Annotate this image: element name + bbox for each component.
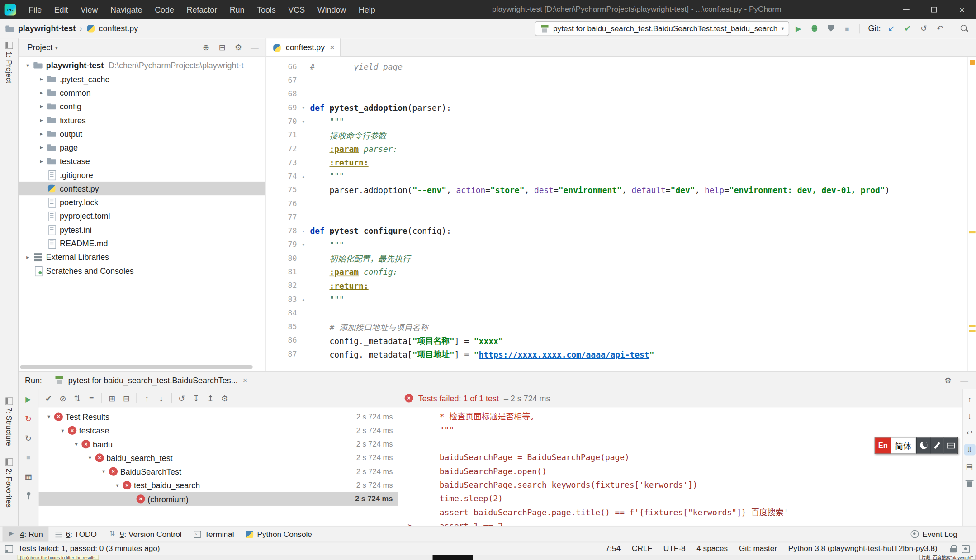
test-tree-item[interactable]: ▾test_baidu_search2 s 724 ms	[38, 478, 398, 492]
down-stack-trace-button[interactable]: ↓	[964, 410, 975, 422]
toolwindow-button-versioncontrol[interactable]: 9: Version Control	[102, 526, 187, 541]
project-tree-item[interactable]: conftest.py	[19, 182, 265, 195]
code-line[interactable]: 80 初始化配置，最先执行	[266, 251, 967, 265]
console-line[interactable]: time.sleep(2)	[398, 492, 962, 506]
line-number[interactable]: 69	[266, 103, 297, 112]
ime-language-button[interactable]: En	[875, 438, 891, 454]
line-number[interactable]: 80	[266, 254, 297, 263]
toolwindow-button-favorites[interactable]: 2: Favorites	[0, 455, 18, 510]
panel-settings-button[interactable]: ⚙	[232, 41, 245, 54]
project-tree-item[interactable]: ▾playwright-testD:\chen\PycharmProjects\…	[19, 58, 265, 72]
code-line[interactable]: 79▾ """	[266, 238, 967, 251]
chevron-icon[interactable]: ▾	[112, 482, 123, 489]
chevron-icon[interactable]: ▾	[85, 455, 95, 461]
git-rollback-button[interactable]: ↶	[933, 21, 947, 35]
project-tree-item[interactable]: ▸testcase	[19, 154, 265, 168]
chevron-icon[interactable]: ▸	[36, 117, 47, 123]
code-line[interactable]: 83▴ """	[266, 292, 967, 306]
warning-stripe-mark[interactable]	[969, 325, 976, 327]
status-indent-style[interactable]: 4 spaces	[696, 544, 728, 553]
maximize-button[interactable]	[920, 0, 948, 19]
project-tree-item[interactable]: pytest.ini	[19, 223, 265, 236]
close-tab-icon[interactable]: ×	[330, 43, 334, 52]
toolwindow-button-todo[interactable]: 6: TODO	[48, 526, 102, 541]
console-line[interactable]: baiduSearchPage.open()	[398, 465, 962, 478]
editor-tab-conftest[interactable]: conftest.py ×	[266, 38, 341, 56]
menu-view[interactable]: View	[74, 0, 104, 19]
line-number[interactable]: 87	[266, 349, 297, 358]
project-tree-item[interactable]: .gitignore	[19, 168, 265, 182]
breadcrumb-file[interactable]: conftest.py	[99, 24, 138, 33]
project-tree-item[interactable]: README.md	[19, 236, 265, 250]
toggle-auto-test-button[interactable]: ↻	[21, 431, 35, 445]
chevron-icon[interactable]: ▸	[23, 254, 33, 260]
rerun-button[interactable]: ▶	[21, 392, 35, 406]
console-line[interactable]: assert baiduSearchPage.page.title() == f…	[398, 506, 962, 519]
console-line[interactable]: """	[398, 424, 962, 437]
breadcrumb-project[interactable]: playwright-test	[18, 24, 76, 33]
test-tree-item[interactable]: ▾Test Results2 s 724 ms	[38, 410, 398, 424]
menu-code[interactable]: Code	[148, 0, 180, 19]
ime-mode-label[interactable]: 简体	[891, 438, 916, 454]
chevron-icon[interactable]: ▸	[36, 76, 47, 82]
toolwindow-button-run[interactable]: 4: Run	[3, 526, 49, 541]
project-tree-item[interactable]: pyproject.toml	[19, 209, 265, 222]
run-with-coverage-button[interactable]	[824, 21, 838, 35]
hide-run-panel-button[interactable]: —	[957, 373, 971, 387]
search-everywhere-button[interactable]	[957, 21, 971, 35]
hide-panel-button[interactable]: —	[248, 41, 261, 54]
test-tree-item[interactable]: ▾baidu_search_test2 s 724 ms	[38, 451, 398, 465]
fold-marker[interactable]: ▴	[297, 173, 310, 179]
show-ignored-filter-button[interactable]: ⊘	[56, 391, 70, 405]
fold-marker[interactable]: ▾	[297, 228, 310, 233]
warning-stripe-mark[interactable]	[969, 330, 976, 332]
line-number[interactable]: 85	[266, 322, 297, 331]
debug-button[interactable]	[808, 21, 821, 35]
up-stack-trace-button[interactable]: ↑	[964, 394, 975, 405]
code-line[interactable]: 76	[266, 197, 967, 210]
line-number[interactable]: 83	[266, 295, 297, 303]
code-line[interactable]: 75 parser.addoption("--env", action="sto…	[266, 183, 967, 197]
line-number[interactable]: 81	[266, 268, 297, 276]
git-history-button[interactable]: ↺	[917, 21, 930, 35]
test-tree-item[interactable]: ▾BaiduSearchTest2 s 724 ms	[38, 465, 398, 478]
menu-help[interactable]: Help	[352, 0, 381, 19]
chevron-icon[interactable]: ▸	[36, 144, 47, 151]
chevron-icon[interactable]: ▾	[23, 62, 33, 69]
menu-edit[interactable]: Edit	[48, 0, 74, 19]
expand-all-button[interactable]: ⊞	[105, 391, 119, 405]
close-button[interactable]: ×	[948, 0, 976, 19]
stop-button[interactable]: ■	[840, 21, 854, 35]
code-line[interactable]: 86 config._metadata["项目名称"] = "xxxx"	[266, 334, 967, 347]
line-number[interactable]: 70	[266, 117, 297, 126]
line-number[interactable]: 73	[266, 158, 297, 167]
export-test-results-button[interactable]: ↥	[204, 391, 217, 405]
chevron-icon[interactable]: ▸	[36, 131, 47, 137]
test-console-output[interactable]: * 检查页面标题是否相等。"""baiduSearchPage = BaiduS…	[398, 407, 962, 525]
menu-run[interactable]: Run	[223, 0, 251, 19]
warning-stripe-mark[interactable]	[969, 231, 976, 233]
code-line[interactable]: 87 config._metadata["项目地址"] = "https://x…	[266, 347, 967, 361]
soft-wrap-button[interactable]: ↩	[964, 428, 975, 439]
status-git-branch[interactable]: Git: master	[739, 544, 777, 553]
project-tree-item[interactable]: ▸common	[19, 86, 265, 99]
line-number[interactable]: 68	[266, 89, 297, 98]
line-number[interactable]: 78	[266, 226, 297, 235]
chevron-icon[interactable]: ▾	[57, 428, 68, 434]
run-tab[interactable]: pytest for baidu_search_test.BaiduSearch…	[54, 375, 247, 385]
fold-marker[interactable]: ▾	[297, 242, 310, 247]
close-run-tab-icon[interactable]: ×	[243, 376, 247, 385]
project-tree-item[interactable]: ▸page	[19, 141, 265, 154]
code-line[interactable]: 66# yield page	[266, 60, 967, 73]
project-tree-item[interactable]: ▸output	[19, 127, 265, 141]
toolwindow-button-project[interactable]: 1: Project	[0, 38, 18, 86]
ime-fullwidth-button[interactable]	[916, 438, 930, 454]
fold-marker[interactable]: ▾	[297, 105, 310, 110]
toolwindow-toggle-icon[interactable]	[5, 545, 13, 553]
status-cursor-position[interactable]: 7:54	[606, 544, 621, 553]
line-number[interactable]: 82	[266, 281, 297, 290]
line-number[interactable]: 79	[266, 240, 297, 249]
notifications-icon[interactable]	[962, 545, 970, 553]
git-commit-button[interactable]: ✔	[901, 21, 914, 35]
lock-icon[interactable]	[950, 545, 957, 553]
